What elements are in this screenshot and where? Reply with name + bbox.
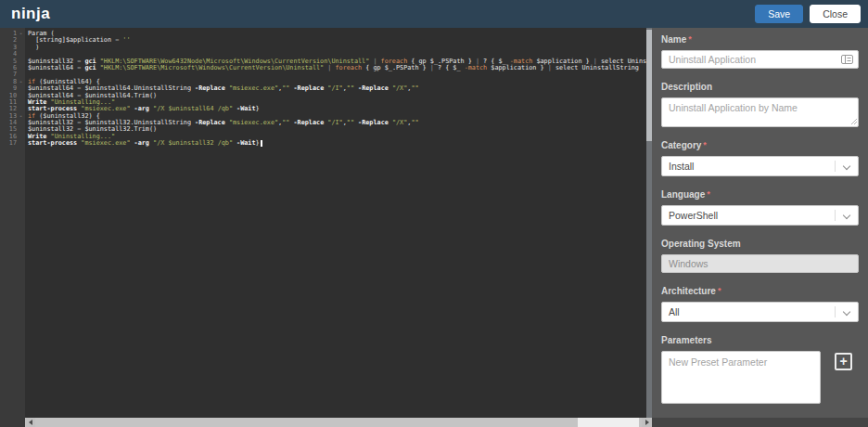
header-actions: Save Close [755,5,861,23]
language-selected-value: PowerShell [669,210,718,221]
language-field-group: Language* PowerShell [661,189,859,226]
triangle-right-icon [645,420,649,425]
parameters-field-group: Parameters + [661,335,859,404]
fold-marker-icon [17,93,25,99]
fold-marker-icon [17,45,25,51]
code-line[interactable]: 17start-process "msiexec.exe" -arg "/X $… [0,140,652,147]
fold-marker-icon [17,85,25,92]
required-asterisk: * [688,34,692,44]
plus-icon: + [839,356,847,368]
fold-marker-icon [17,134,25,140]
horizontal-scrollbar-track[interactable] [35,418,642,427]
architecture-field-group: Architecture* All [661,286,859,322]
text-cursor [261,140,262,147]
code-text: [string]$application = '' [25,37,131,44]
main-content: 1-Param (2 [string]$application = ''3 )4… [0,28,868,427]
scroll-right-arrow[interactable] [642,418,652,427]
architecture-selected-value: All [669,306,680,317]
category-field-group: Category* Install [661,140,859,176]
description-field-group: Description [661,82,859,127]
name-label: Name* [661,34,859,45]
fold-marker-icon [17,65,25,71]
select-divider [835,161,836,172]
fold-marker-icon [17,51,25,58]
add-parameter-button[interactable]: + [835,353,852,370]
editor-horizontal-scrollbar[interactable] [25,418,652,427]
code-text: $uninstall64 = gci "HKLM:\SOFTWARE\Micro… [25,65,639,71]
fold-marker-icon [17,99,25,106]
required-asterisk: * [707,189,710,199]
category-label: Category* [661,140,859,150]
required-asterisk: * [703,140,707,149]
description-input[interactable] [661,97,859,127]
fold-marker-icon[interactable]: - [17,31,25,37]
language-select[interactable]: PowerShell [661,205,859,226]
chevron-down-icon [843,308,850,316]
triangle-left-icon [29,420,32,425]
architecture-label: Architecture* [661,286,859,296]
keyboard-icon [841,55,853,64]
code-line[interactable]: 3 ) [0,45,652,51]
line-number: 17 [0,140,17,147]
ninja-logo: ninja [11,5,50,23]
fold-marker-icon[interactable]: - [17,79,25,85]
code-text: ) [25,45,39,51]
save-button[interactable]: Save [755,5,803,23]
fold-marker-icon [17,120,25,126]
os-label: Operating System [661,239,859,249]
scroll-left-arrow[interactable] [25,418,35,427]
name-input[interactable] [661,50,859,69]
script-settings-panel: Name* Description [652,28,868,427]
fold-marker-icon [17,140,25,147]
fold-marker-icon [17,58,25,65]
close-button[interactable]: Close [810,5,861,23]
parameters-input[interactable] [661,351,821,404]
category-selected-value: Install [669,161,694,172]
code-line[interactable]: 6$uninstall64 = gci "HKLM:\SOFTWARE\Micr… [0,65,652,71]
select-divider [835,210,836,221]
horizontal-scrollbar-thumb[interactable] [578,418,639,427]
os-field-group: Operating System [661,239,859,273]
category-select[interactable]: Install [661,156,859,176]
fold-marker-icon [17,37,25,44]
app-header: ninja Save Close [0,0,868,28]
select-divider [835,306,836,317]
name-field-group: Name* [661,34,859,69]
description-label: Description [661,82,859,92]
chevron-down-icon [843,212,850,219]
parameters-label: Parameters [661,335,859,345]
architecture-select[interactable]: All [661,302,859,322]
required-asterisk: * [718,286,721,295]
fold-marker-icon[interactable]: - [17,113,25,120]
code-editor[interactable]: 1-Param (2 [string]$application = ''3 )4… [0,28,652,427]
code-text: start-process "msiexec.exe" -arg "/X $un… [25,140,262,147]
code-line[interactable]: 2 [string]$application = '' [0,37,652,44]
code-lines[interactable]: 1-Param (2 [string]$application = ''3 )4… [0,28,652,148]
os-input [661,254,859,273]
language-label: Language* [661,189,859,200]
chevron-down-icon [843,162,850,170]
fold-marker-icon [17,126,25,133]
